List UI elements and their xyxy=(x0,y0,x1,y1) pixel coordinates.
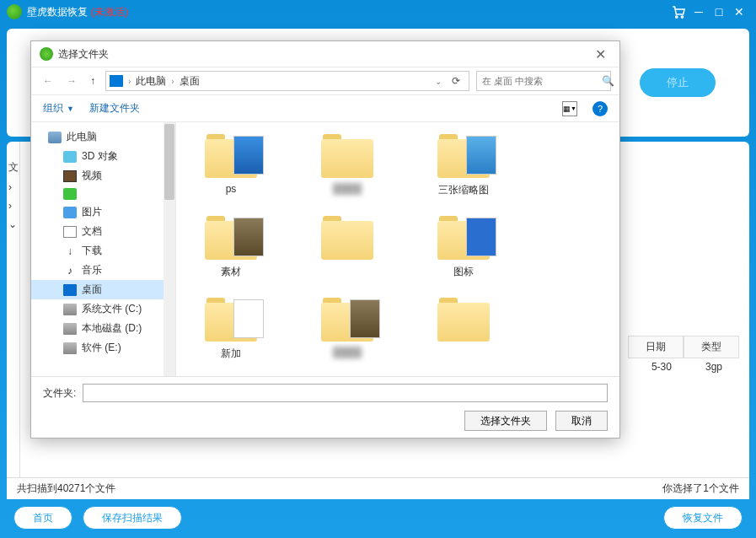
stop-button[interactable]: 停止 xyxy=(640,68,716,97)
folder-icon xyxy=(201,131,260,180)
search-input[interactable] xyxy=(482,76,598,86)
nav-back-icon[interactable]: ← xyxy=(40,73,56,89)
folder-icon xyxy=(201,294,260,343)
folder-icon xyxy=(318,213,377,261)
folder-label: 素材 xyxy=(221,265,241,279)
disk-icon xyxy=(63,342,77,354)
dialog-close-button[interactable]: ✕ xyxy=(590,46,611,62)
search-box[interactable]: 🔍 xyxy=(476,71,611,91)
chevron-down-icon: ▼ xyxy=(67,105,74,113)
save-scan-button[interactable]: 保存扫描结果 xyxy=(83,506,182,530)
cell-type: 3gp xyxy=(689,358,739,376)
dialog-body: 此电脑3D 对象视频图片文档↓下载♪音乐桌面系统文件 (C:)本地磁盘 (D:)… xyxy=(31,122,619,376)
svg-point-0 xyxy=(676,16,678,18)
tree-item-label: 3D 对象 xyxy=(82,149,118,164)
dialog-footer: 文件夹: 选择文件夹 取消 xyxy=(31,376,619,438)
tree-item-label: 本地磁盘 (D:) xyxy=(82,321,142,336)
tree-expand-icon[interactable]: › xyxy=(7,178,19,196)
tree-scrollbar[interactable] xyxy=(164,122,175,376)
tree-item-label: 软件 (E:) xyxy=(82,341,121,355)
folder-thumbnail xyxy=(233,299,264,338)
nav-up-icon[interactable]: ↑ xyxy=(87,73,99,89)
tree-item-3D 对象[interactable]: 3D 对象 xyxy=(31,147,175,166)
folder-label: ████ xyxy=(333,183,362,195)
tree-item-label: 文档 xyxy=(82,224,102,239)
folder-label: ████ xyxy=(333,347,362,358)
app-logo-icon xyxy=(7,4,22,19)
minimize-button[interactable]: ─ xyxy=(689,3,709,20)
folder-item[interactable]: 三张缩略图 xyxy=(426,131,501,197)
folder-thumbnail xyxy=(466,136,496,175)
tree-item-下载[interactable]: ↓下载 xyxy=(31,241,175,261)
dialog-nav-bar: ← → ↑ › 此电脑 › 桌面 ⌄ ⟳ 🔍 xyxy=(31,67,619,95)
folder-item[interactable]: ps xyxy=(193,131,269,197)
breadcrumb-root[interactable]: 此电脑 xyxy=(136,74,166,89)
new-folder-button[interactable]: 新建文件夹 xyxy=(89,101,140,116)
folder-thumbnail xyxy=(233,218,264,256)
folder-thumbnail xyxy=(466,218,496,256)
col-type[interactable]: 类型 xyxy=(684,336,739,358)
tree-expand-icon[interactable]: › xyxy=(7,196,19,215)
green-icon xyxy=(63,188,77,200)
tree-item-本地磁盘 (D:)[interactable]: 本地磁盘 (D:) xyxy=(31,319,175,338)
tree-item-桌面[interactable]: 桌面 xyxy=(31,280,175,299)
col-date[interactable]: 日期 xyxy=(628,336,684,358)
folder-item[interactable]: 新加 xyxy=(193,294,269,361)
tree-item-unnamed[interactable] xyxy=(31,186,175,202)
home-button[interactable]: 首页 xyxy=(13,506,72,530)
breadcrumb[interactable]: › 此电脑 › 桌面 ⌄ ⟳ xyxy=(105,71,469,91)
pc-icon xyxy=(48,132,62,143)
chevron-down-icon[interactable]: ⌄ xyxy=(435,77,442,86)
tree-scroll-thumb[interactable] xyxy=(164,124,174,200)
recover-button[interactable]: 恢复文件 xyxy=(663,506,743,530)
folder-item[interactable] xyxy=(426,294,501,361)
left-tree-strip: 文 › › ⌄ xyxy=(7,142,20,487)
folder-item[interactable]: ████ xyxy=(309,131,385,197)
cell-date: 5-30 xyxy=(635,358,689,376)
folder-icon xyxy=(434,294,493,343)
folder-thumbnail xyxy=(233,136,264,175)
tree-item-label: 系统文件 (C:) xyxy=(82,302,142,316)
table-header: 日期 类型 xyxy=(628,336,739,358)
table-row[interactable]: 5-30 3gp xyxy=(635,358,739,376)
tree-item-视频[interactable]: 视频 xyxy=(31,166,175,186)
select-folder-button[interactable]: 选择文件夹 xyxy=(464,411,547,431)
folder-item[interactable]: ████ xyxy=(309,294,385,361)
folder-name-input[interactable] xyxy=(83,384,608,402)
help-icon[interactable]: ? xyxy=(592,101,608,116)
folder-label: 图标 xyxy=(453,265,474,279)
folder-item[interactable] xyxy=(309,213,385,279)
view-mode-button[interactable]: ▦▼ xyxy=(562,101,577,116)
folder-icon xyxy=(201,213,260,261)
activation-status: (未激活) xyxy=(91,5,128,19)
tree-item-图片[interactable]: 图片 xyxy=(31,202,175,222)
tree-item-音乐[interactable]: ♪音乐 xyxy=(31,261,175,280)
maximize-button[interactable]: □ xyxy=(709,3,729,20)
folder-icon xyxy=(318,294,377,343)
tree-item-系统文件 (C:)[interactable]: 系统文件 (C:) xyxy=(31,299,175,319)
search-icon[interactable]: 🔍 xyxy=(602,75,614,87)
tree-item-label: 桌面 xyxy=(82,282,102,297)
dialog-title: 选择文件夹 xyxy=(58,47,109,62)
refresh-icon[interactable]: ⟳ xyxy=(447,75,465,87)
nav-forward-icon[interactable]: → xyxy=(63,73,80,89)
tree-item-文档[interactable]: 文档 xyxy=(31,222,175,241)
tree-item-软件 (E:)[interactable]: 软件 (E:) xyxy=(31,338,175,358)
cancel-button[interactable]: 取消 xyxy=(555,411,608,431)
cart-icon[interactable] xyxy=(668,3,689,20)
organize-menu[interactable]: 组织▼ xyxy=(43,101,74,116)
folder-label: ps xyxy=(226,183,237,195)
folder-icon xyxy=(434,131,493,180)
folder-label: 新加 xyxy=(221,347,241,361)
folder-item[interactable]: 图标 xyxy=(426,213,501,279)
breadcrumb-current[interactable]: 桌面 xyxy=(180,74,200,89)
tree-item-label: 此电脑 xyxy=(67,130,97,144)
folder-tree[interactable]: 此电脑3D 对象视频图片文档↓下载♪音乐桌面系统文件 (C:)本地磁盘 (D:)… xyxy=(31,122,176,376)
tree-collapse-icon[interactable]: ⌄ xyxy=(7,215,19,234)
tree-item-此电脑[interactable]: 此电脑 xyxy=(31,127,175,147)
close-button[interactable]: ✕ xyxy=(729,3,749,20)
disk-icon xyxy=(63,304,77,315)
folder-item[interactable]: 素材 xyxy=(193,213,269,279)
folder-thumbnail xyxy=(350,299,380,338)
folder-grid[interactable]: ps████三张缩略图素材图标新加████ xyxy=(176,122,619,376)
